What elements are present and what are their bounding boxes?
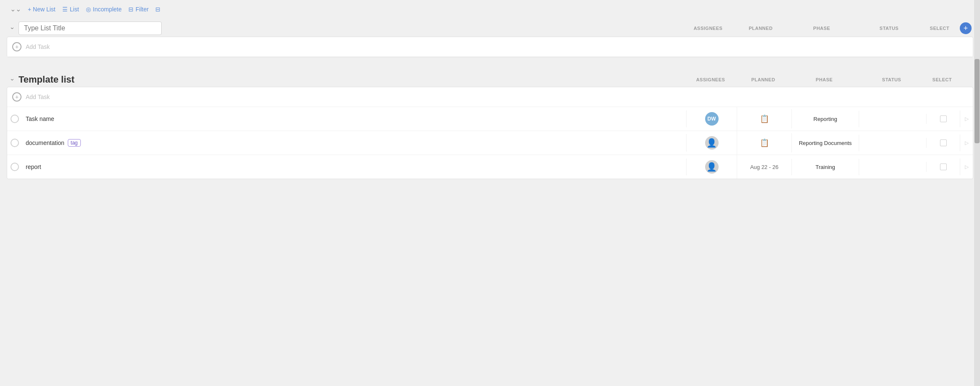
new-list-button[interactable]: + New List <box>28 6 56 13</box>
task-3-planned[interactable]: Aug 22 - 26 <box>737 159 792 175</box>
template-list-title: Template list <box>19 74 75 85</box>
section-gap <box>7 61 973 71</box>
col-header-status-new: STATUS <box>855 26 923 31</box>
task-2-phase[interactable]: Reporting Documents <box>792 135 859 151</box>
add-column-button[interactable]: + <box>960 22 972 34</box>
template-add-task-row[interactable]: + Add Task <box>7 87 973 107</box>
task-2-name[interactable]: documentation tag <box>22 134 687 152</box>
task-2-planned[interactable]: 📋 <box>737 133 792 153</box>
toolbar: ⌄⌄ + New List ☰ List ◎ Incomplete ⊟ Filt… <box>0 0 980 18</box>
filter-button[interactable]: ⊟ Filter <box>128 6 149 13</box>
task-1-select[interactable] <box>927 110 960 127</box>
avatar-person-3: 👤 <box>705 160 719 174</box>
calendar-icon-2: 📋 <box>760 138 769 147</box>
new-list-add-task-row[interactable]: + Add Task <box>7 37 973 57</box>
content-area: › ASSIGNEES PLANNED PHASE STATUS SELECT … <box>0 18 980 386</box>
add-task-label: Add Task <box>26 43 50 50</box>
scrollbar-thumb[interactable] <box>975 59 980 143</box>
task-1-name-text: Task name <box>26 115 54 122</box>
task-3-status[interactable] <box>859 162 927 172</box>
incomplete-filter-button[interactable]: ◎ Incomplete <box>86 6 122 13</box>
task-1-expand-arrow[interactable]: ▷ <box>960 116 973 122</box>
filter-icon: ⊟ <box>128 6 133 13</box>
avatar-person-2: 👤 <box>705 136 719 150</box>
template-list-header: › Template list ASSIGNEES PLANNED PHASE … <box>7 71 973 87</box>
table-row: report 👤 Aug 22 - 26 Training <box>7 155 973 179</box>
task-3-assignees[interactable]: 👤 <box>687 155 737 179</box>
avatar-dw: DW <box>705 112 719 126</box>
col-header-planned-new: PLANNED <box>733 26 788 31</box>
circle-checkbox-2[interactable] <box>11 139 19 147</box>
task-2-tag: tag <box>68 139 81 147</box>
task-1-name[interactable]: Task name <box>22 110 687 127</box>
task-2-assignees[interactable]: 👤 <box>687 131 737 155</box>
collapse-all-icon[interactable]: ⌄⌄ <box>10 5 21 13</box>
col-header-phase-new: PHASE <box>788 26 855 31</box>
col-header-status-template: STATUS <box>858 77 925 82</box>
task-1-assignees[interactable]: DW <box>687 107 737 131</box>
col-header-planned-template: PLANNED <box>736 77 791 82</box>
col-header-phase-template: PHASE <box>791 77 858 82</box>
incomplete-label: Incomplete <box>93 6 122 13</box>
list-view-button[interactable]: ☰ List <box>62 6 79 13</box>
task-3-phase-text: Training <box>815 164 835 170</box>
new-list-header: › ASSIGNEES PLANNED PHASE STATUS SELECT … <box>7 18 973 37</box>
template-list-body: + Add Task Task name DW 📋 <box>7 87 973 179</box>
square-checkbox-2[interactable] <box>940 139 947 146</box>
task-3-planned-text: Aug 22 - 26 <box>750 164 778 170</box>
col-header-assignees-template: ASSIGNEES <box>685 77 736 82</box>
circle-checkbox-1[interactable] <box>11 115 19 123</box>
task-1-checkbox[interactable] <box>7 115 22 123</box>
list-title-input[interactable] <box>19 21 162 35</box>
col-header-assignees-new: ASSIGNEES <box>683 26 733 31</box>
task-2-checkbox[interactable] <box>7 139 22 147</box>
task-1-phase[interactable]: Reporting <box>792 111 859 127</box>
col-header-select-new: SELECT <box>923 26 956 31</box>
list-icon: ☰ <box>62 6 68 13</box>
task-2-status[interactable] <box>859 138 927 148</box>
task-2-expand-arrow[interactable]: ▷ <box>960 140 973 146</box>
task-3-expand-arrow[interactable]: ▷ <box>960 164 973 170</box>
template-add-task-label: Add Task <box>26 94 50 100</box>
table-row: Task name DW 📋 Reporting ▷ <box>7 107 973 131</box>
task-3-select[interactable] <box>927 158 960 175</box>
task-3-checkbox[interactable] <box>7 163 22 171</box>
template-list-section: › Template list ASSIGNEES PLANNED PHASE … <box>7 71 973 179</box>
save-view-button[interactable]: ⊟ <box>155 6 160 13</box>
task-1-planned[interactable]: 📋 <box>737 109 792 129</box>
task-1-status[interactable] <box>859 114 927 124</box>
new-list-label: + New List <box>28 6 56 13</box>
new-list-chevron[interactable]: › <box>9 24 16 32</box>
task-3-name-text: report <box>26 164 41 170</box>
task-3-phase[interactable]: Training <box>792 159 859 175</box>
task-1-phase-text: Reporting <box>813 116 837 122</box>
new-list-body: + Add Task <box>7 37 973 57</box>
add-task-circle-btn[interactable]: + <box>12 42 21 51</box>
table-row: documentation tag 👤 📋 Reporting Document… <box>7 131 973 155</box>
template-add-task-circle-btn[interactable]: + <box>12 92 21 102</box>
template-list-chevron[interactable]: › <box>9 75 16 84</box>
incomplete-icon: ◎ <box>86 6 91 13</box>
square-checkbox-3[interactable] <box>940 164 947 170</box>
task-3-name[interactable]: report <box>22 158 687 175</box>
calendar-icon-1: 📋 <box>760 114 769 123</box>
list-label: List <box>70 6 79 13</box>
main-container: ⌄⌄ + New List ☰ List ◎ Incomplete ⊟ Filt… <box>0 0 980 386</box>
new-list-section: › ASSIGNEES PLANNED PHASE STATUS SELECT … <box>7 18 973 57</box>
save-icon: ⊟ <box>155 6 160 13</box>
task-2-phase-text: Reporting Documents <box>799 140 852 146</box>
filter-label: Filter <box>136 6 149 13</box>
task-2-name-text: documentation <box>26 139 64 146</box>
square-checkbox-1[interactable] <box>940 115 947 122</box>
circle-checkbox-3[interactable] <box>11 163 19 171</box>
scrollbar[interactable] <box>974 0 980 386</box>
col-header-select-template: SELECT <box>925 77 959 82</box>
task-2-select[interactable] <box>927 134 960 151</box>
